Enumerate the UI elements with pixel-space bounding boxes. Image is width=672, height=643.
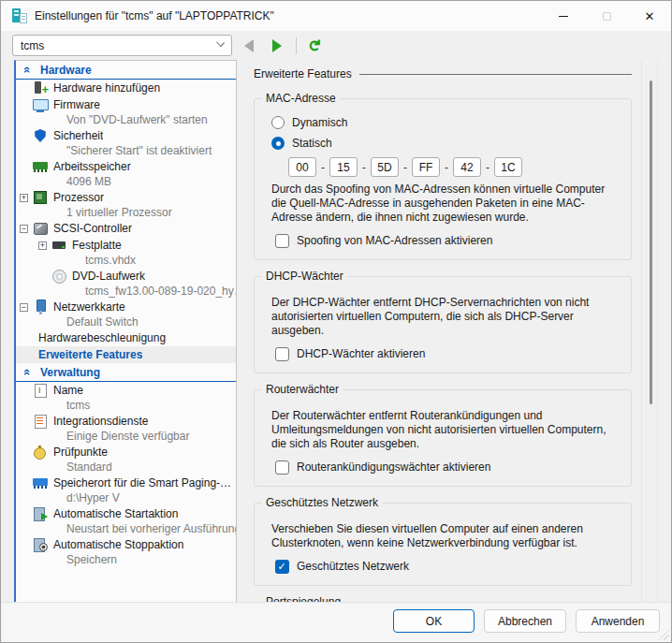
group-title: Routerwächter xyxy=(262,383,343,396)
sidebar-item-smart-paging[interactable]: Speicherort für die Smart Paging-D… xyxy=(16,475,236,491)
sidebar-item-security[interactable]: Sicherheit xyxy=(16,127,236,144)
sidebar-item-hard-disk[interactable]: Festplatte xyxy=(16,237,236,254)
sidebar-item-label: Arbeitsspeicher xyxy=(53,160,131,173)
sidebar-item-label: Integrationsdienste xyxy=(53,415,148,428)
router-guard-description: Der Routerwächter entfernt Routerankündi… xyxy=(271,409,621,451)
scrollbar-thumb[interactable] xyxy=(650,80,652,404)
radio-checked-icon[interactable] xyxy=(271,137,285,150)
title-bar: Einstellungen für "tcms" auf "LAPTOPPATR… xyxy=(1,1,671,31)
mac-dash xyxy=(445,161,448,174)
radio-dynamic[interactable]: Dynamisch xyxy=(271,112,621,133)
sidebar-item-label: Hardwarebeschleunigung xyxy=(38,331,166,344)
sidebar-item-sublabel: Von "DVD-Laufwerk" starten xyxy=(16,113,236,127)
refresh-button[interactable]: ↻ xyxy=(302,35,325,57)
hyper-v-settings-icon xyxy=(12,8,27,23)
scsi-controller-icon xyxy=(33,221,48,236)
sidebar-item-label: Festplatte xyxy=(72,239,122,252)
close-button[interactable]: ✕ xyxy=(628,1,671,31)
mac-segment-5[interactable] xyxy=(453,157,481,177)
sidebar-item-processor[interactable]: Prozessor xyxy=(16,189,236,206)
sidebar-section-management[interactable]: « Verwaltung xyxy=(16,363,236,382)
mac-segment-1[interactable] xyxy=(288,157,316,177)
sidebar-item-sublabel: 4096 MB xyxy=(16,175,236,189)
mac-segment-3[interactable] xyxy=(371,157,399,177)
router-guard-checkbox-row[interactable]: Routerankündigungswächter aktivieren xyxy=(275,457,621,477)
section-divider xyxy=(359,74,632,75)
add-hardware-icon xyxy=(33,80,48,95)
sidebar-item-sublabel: Standard xyxy=(16,460,236,475)
mac-dash xyxy=(362,161,366,174)
sidebar-item-label: Erweiterte Features xyxy=(38,348,142,361)
sidebar-item-label: DVD-Laufwerk xyxy=(72,270,145,283)
sidebar-item-name[interactable]: Name xyxy=(16,382,236,399)
minimize-button[interactable] xyxy=(542,1,585,31)
sidebar-item-scsi-controller[interactable]: SCSI-Controller xyxy=(16,220,236,237)
sidebar-item-sublabel: Default Switch xyxy=(16,315,236,329)
mac-segment-4[interactable] xyxy=(412,157,440,177)
maximize-icon xyxy=(603,12,611,21)
collapse-icon[interactable] xyxy=(20,303,28,312)
sidebar-item-label: Automatische Startaktion xyxy=(53,507,178,520)
sidebar-item-automatic-stop-action[interactable]: Automatische Stoppaktion xyxy=(16,536,236,553)
sidebar-item-advanced-features[interactable]: Erweiterte Features xyxy=(16,346,236,363)
expand-icon[interactable] xyxy=(38,241,47,250)
sidebar-item-memory[interactable]: Arbeitsspeicher xyxy=(16,158,236,175)
sidebar-item-network-adapter[interactable]: Netzwerkkarte xyxy=(16,299,236,315)
sidebar-item-checkpoints[interactable]: Prüfpunkte xyxy=(16,444,236,460)
resize-grip[interactable] xyxy=(659,630,669,640)
cpu-icon xyxy=(33,190,48,205)
close-icon: ✕ xyxy=(645,10,655,22)
apply-button[interactable]: Anwenden xyxy=(576,609,660,633)
sidebar-item-label: Automatische Stoppaktion xyxy=(53,538,183,551)
memory-icon xyxy=(33,159,48,174)
sidebar-item-firmware[interactable]: Firmware xyxy=(16,96,236,113)
mac-segment-6[interactable] xyxy=(494,157,522,177)
radio-icon[interactable] xyxy=(271,116,285,129)
checkbox-label: DHCP-Wächter aktivieren xyxy=(297,347,425,360)
section-label: Verwaltung xyxy=(40,366,100,379)
sidebar-item-hardware-acceleration[interactable]: Hardwarebeschleunigung xyxy=(16,329,236,346)
sidebar-item-add-hardware[interactable]: Hardware hinzufügen xyxy=(16,80,236,96)
navigate-forward-button[interactable] xyxy=(266,35,288,57)
sidebar-section-hardware[interactable]: « Hardware xyxy=(16,61,236,80)
refresh-icon: ↻ xyxy=(306,38,322,51)
mac-dash xyxy=(403,161,407,174)
sidebar-item-dvd-drive[interactable]: DVD-Laufwerk xyxy=(16,268,236,285)
mac-spoofing-checkbox-row[interactable]: Spoofing von MAC-Adressen aktivieren xyxy=(275,230,621,251)
group-title: Geschütztes Netzwerk xyxy=(262,496,382,509)
dhcp-guard-checkbox-row[interactable]: DHCP-Wächter aktivieren xyxy=(275,343,621,364)
expand-icon[interactable] xyxy=(20,194,28,202)
checkbox-icon[interactable] xyxy=(275,234,289,248)
vertical-scrollbar[interactable] xyxy=(641,60,658,604)
minimize-icon xyxy=(559,16,568,17)
checkpoints-icon xyxy=(33,445,48,460)
sidebar-item-integration-services[interactable]: Integrationsdienste xyxy=(16,413,236,430)
sidebar-item-sublabel: tcms.vhdx xyxy=(16,254,236,268)
collapse-icon[interactable] xyxy=(20,225,28,233)
sidebar-item-label: Firmware xyxy=(53,98,100,111)
sidebar-item-automatic-start-action[interactable]: Automatische Startaktion xyxy=(16,505,236,522)
cancel-button[interactable]: Abbrechen xyxy=(484,609,566,633)
group-title: DHCP-Wächter xyxy=(262,270,347,283)
sidebar-item-label: Prozessor xyxy=(53,191,104,204)
vm-selector-dropdown[interactable]: tcms xyxy=(12,35,232,56)
mac-segment-2[interactable] xyxy=(329,157,358,177)
forward-icon xyxy=(272,39,282,52)
services-icon xyxy=(33,414,48,429)
shield-icon xyxy=(33,128,48,143)
sidebar-item-label: Hardware hinzufügen xyxy=(53,81,160,95)
start-action-icon xyxy=(33,506,48,521)
protected-network-checkbox-row[interactable]: Geschütztes Netzwerk xyxy=(275,556,621,577)
checkbox-icon[interactable] xyxy=(275,460,289,475)
checkbox-checked-icon[interactable] xyxy=(275,560,289,574)
sidebar-item-sublabel: Neustart bei vorheriger Ausführung xyxy=(16,522,236,536)
sidebar-item-sublabel: tcms_fw13.00-089-19-020_hy… xyxy=(16,285,236,299)
sidebar-item-label: SCSI-Controller xyxy=(53,222,132,235)
toolbar: tcms ↻ xyxy=(1,31,671,60)
protected-network-description: Verschieben Sie diesen virtuellen Comput… xyxy=(271,522,621,550)
checkbox-icon[interactable] xyxy=(275,347,289,361)
ok-button[interactable]: OK xyxy=(393,609,475,633)
section-label: Hardware xyxy=(40,64,92,77)
radio-static[interactable]: Statisch xyxy=(271,133,621,153)
monitor-icon xyxy=(33,97,48,112)
